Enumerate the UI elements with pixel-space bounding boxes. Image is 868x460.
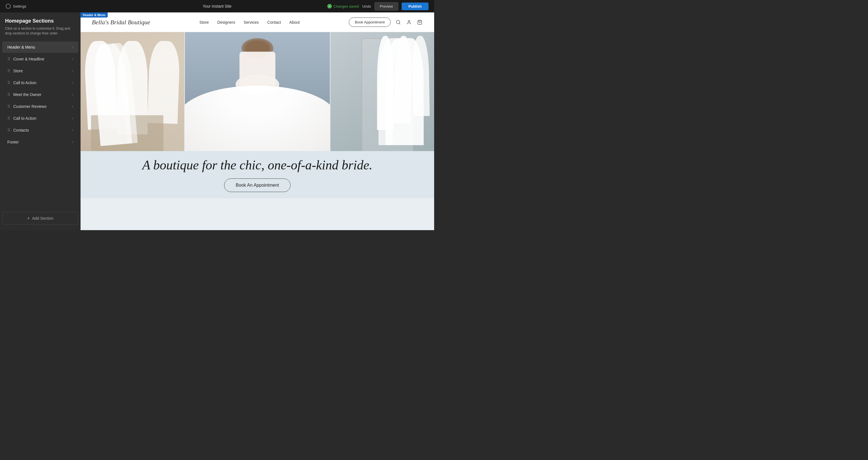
nav-link-designers[interactable]: Designers [217,20,235,25]
hero-cta-button[interactable]: Book An Appointment [224,178,290,192]
drag-handle-icon: ⠿ [7,116,10,121]
sidebar-item-label: Customer Reviews [13,104,46,109]
sidebar-item-label: Call to Action [13,80,36,85]
settings-icon [6,4,11,9]
hero-section: A boutique for the chic, one-of-a-kind b… [81,32,434,230]
settings-label[interactable]: Settings [13,4,26,8]
chevron-right-icon: › [72,116,73,120]
preview-button[interactable]: Preview [374,2,398,10]
publish-button[interactable]: Publish [402,3,429,10]
chevron-right-icon: › [72,45,73,49]
sidebar-description: Click on a section to customize it. Drag… [5,26,75,36]
saved-check-icon: ✓ [327,4,332,8]
chevron-right-icon: › [72,81,73,85]
sidebar-item-label: Header & Menu [7,45,35,50]
sidebar-item-label: Cover & Headline [13,57,44,61]
sidebar-item-contacts[interactable]: ⠿ Contacts › [2,125,78,136]
changes-saved: ✓ Changes saved [327,4,359,8]
sidebar-item-label: Footer [7,140,19,144]
sidebar-item-call-to-action-1[interactable]: ⠿ Call to Action › [2,77,78,88]
drag-handle-icon: ⠿ [7,80,10,85]
drag-handle-icon: ⠿ [7,92,10,97]
sidebar-item-call-to-action-2[interactable]: ⠿ Call to Action › [2,113,78,124]
top-bar-left: Settings [6,4,26,9]
search-icon[interactable] [395,19,401,25]
sidebar-item-label: Call to Action [13,116,36,121]
add-section-button[interactable]: + Add Section [2,212,78,225]
svg-point-0 [396,20,400,24]
sidebar-item-footer[interactable]: Footer › [2,136,78,148]
top-bar-right: ✓ Changes saved Undo Preview Publish [327,2,429,10]
undo-button[interactable]: Undo [362,4,371,8]
hero-text-area: A boutique for the chic, one-of-a-kind b… [81,151,434,198]
chevron-right-icon: › [72,69,73,73]
chevron-right-icon: › [72,104,73,108]
nav-link-contact[interactable]: Contact [268,20,281,25]
nav-link-about[interactable]: About [289,20,300,25]
cart-icon[interactable] [416,19,423,25]
sidebar-item-customer-reviews[interactable]: ⠿ Customer Reviews › [2,101,78,112]
sidebar: Homepage Sections Click on a section to … [0,12,81,230]
svg-point-2 [408,20,410,22]
hero-image-3 [331,32,434,151]
site-nav-links: Store Designers Services Contact About [199,20,300,25]
drag-handle-icon: ⠿ [7,104,10,109]
hero-image-2 [185,32,330,151]
sidebar-header: Homepage Sections Click on a section to … [0,12,81,38]
sidebar-item-label: Meet the Owner [13,92,41,97]
site-preview: Header & Menu Bella's Bridal Boutique St… [81,12,434,230]
header-menu-badge: Header & Menu [81,12,108,18]
nav-link-services[interactable]: Services [244,20,259,25]
sidebar-item-cover-headline[interactable]: ⠿ Cover & Headline › [2,53,78,65]
sidebar-item-label: Store [13,69,23,73]
account-icon[interactable] [406,19,412,25]
sidebar-item-header-menu[interactable]: Header & Menu › [2,41,78,53]
preview-area: Header & Menu Bella's Bridal Boutique St… [81,12,434,230]
sidebar-item-meet-the-owner[interactable]: ⠿ Meet the Owner › [2,89,78,100]
hero-images [81,32,434,151]
site-name: Your Instant Site [203,4,231,8]
drag-handle-icon: ⠿ [7,128,10,132]
nav-link-store[interactable]: Store [199,20,209,25]
chevron-right-icon: › [72,128,73,132]
sidebar-item-label: Contacts [13,128,29,132]
sidebar-title: Homepage Sections [5,18,75,24]
chevron-right-icon: › [72,57,73,61]
hero-tagline: A boutique for the chic, one-of-a-kind b… [89,157,426,173]
drag-handle-icon: ⠿ [7,69,10,73]
top-bar: Settings Your Instant Site ✓ Changes sav… [0,0,434,12]
site-logo: Bella's Bridal Boutique [92,19,150,26]
chevron-right-icon: › [72,140,73,144]
hero-image-1 [81,32,184,151]
site-nav-right: Book Appointment [349,18,423,27]
chevron-right-icon: › [72,93,73,97]
sidebar-item-store[interactable]: ⠿ Store › [2,65,78,76]
svg-line-1 [399,23,400,24]
sidebar-items-list: Header & Menu › ⠿ Cover & Headline › ⠿ S… [0,38,81,209]
drag-handle-icon: ⠿ [7,57,10,61]
book-appointment-button[interactable]: Book Appointment [349,18,391,27]
site-nav: Bella's Bridal Boutique Store Designers … [81,12,434,32]
add-section-label: Add Section [32,216,54,221]
main-layout: Homepage Sections Click on a section to … [0,12,434,230]
plus-icon: + [27,216,30,221]
